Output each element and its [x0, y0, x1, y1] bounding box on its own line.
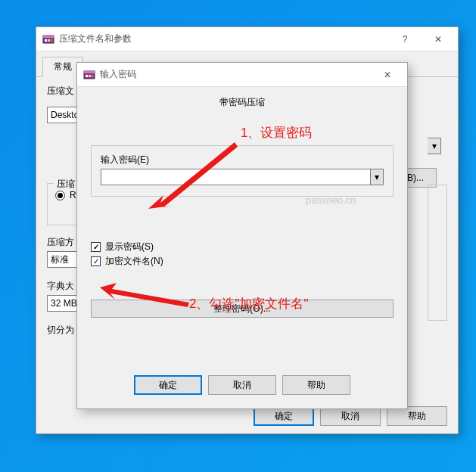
- chevron-down-icon[interactable]: ▾: [428, 138, 441, 154]
- checkbox-icon: [91, 256, 101, 266]
- encrypt-names-label: 加密文件名(N): [105, 255, 163, 268]
- svg-rect-3: [48, 39, 50, 42]
- parent-titlebar: 压缩文件名和参数 ? ✕: [36, 27, 458, 51]
- svg-rect-6: [84, 71, 95, 73]
- password-history-dropdown[interactable]: ▾: [370, 169, 384, 185]
- child-body: 带密码压缩 输入密码(E) ▾ 显示密码(S) 加密文件名(N) 整理密码(O)…: [77, 87, 407, 321]
- password-dialog: 输入密码 ✕ 带密码压缩 输入密码(E) ▾ 显示密码(S) 加密文件名(N) …: [76, 62, 408, 409]
- checkbox-group: 显示密码(S) 加密文件名(N): [91, 241, 394, 268]
- encrypt-names-checkbox[interactable]: 加密文件名(N): [91, 255, 394, 268]
- child-button-row: 确定 取消 帮助: [77, 368, 407, 402]
- parent-title: 压缩文件名和参数: [59, 33, 388, 45]
- close-button[interactable]: ✕: [422, 29, 455, 50]
- radio-dot-icon: [55, 191, 65, 200]
- svg-rect-8: [89, 75, 91, 77]
- compress-group-title: 压缩: [54, 178, 78, 191]
- show-password-label: 显示密码(S): [105, 241, 154, 253]
- svg-rect-9: [92, 75, 93, 77]
- organize-passwords-button[interactable]: 整理密码(O)...: [91, 300, 394, 318]
- svg-rect-7: [86, 75, 88, 77]
- child-help-button[interactable]: 帮助: [282, 375, 350, 395]
- child-close-button[interactable]: ✕: [371, 64, 404, 85]
- child-titlebar: 输入密码 ✕: [77, 63, 407, 87]
- svg-rect-4: [51, 39, 52, 42]
- show-password-checkbox[interactable]: 显示密码(S): [91, 241, 394, 253]
- password-header: 带密码压缩: [91, 96, 394, 109]
- password-input[interactable]: [101, 169, 370, 185]
- svg-rect-1: [43, 36, 54, 38]
- child-ok-button[interactable]: 确定: [134, 375, 202, 395]
- child-cancel-button[interactable]: 取消: [208, 375, 276, 395]
- right-column-stub: ▾: [428, 138, 447, 334]
- winrar-icon: [83, 69, 95, 81]
- radio-rar-label: R: [70, 190, 76, 200]
- svg-rect-2: [45, 39, 47, 42]
- password-groupbox: 输入密码(E) ▾: [91, 145, 394, 197]
- enter-password-label: 输入密码(E): [101, 154, 384, 166]
- password-input-wrap: ▾: [101, 169, 384, 185]
- checkbox-icon: [91, 242, 101, 252]
- help-button[interactable]: ?: [388, 29, 422, 50]
- child-title: 输入密码: [100, 68, 371, 81]
- winrar-icon: [42, 33, 54, 45]
